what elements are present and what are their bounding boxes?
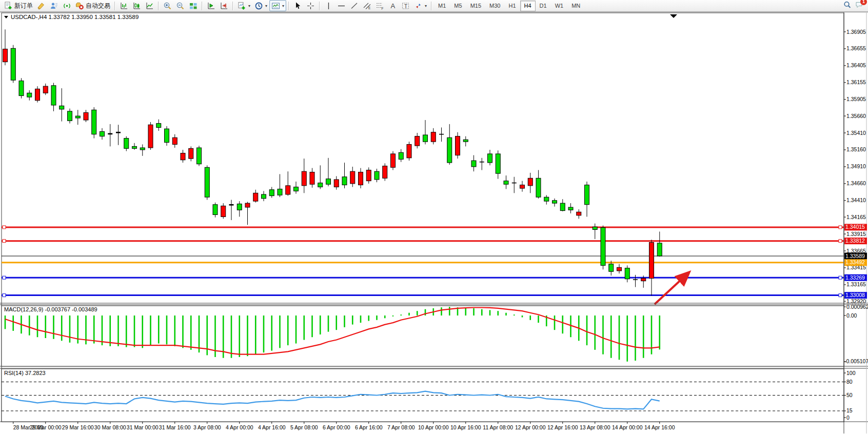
price-tick-label: 1.36155 <box>846 79 866 85</box>
auto-scroll-button[interactable] <box>205 0 218 11</box>
candle-doji-body <box>439 134 444 135</box>
cursor-button[interactable] <box>291 0 304 11</box>
time-label: 12 Apr 00:00 <box>515 424 546 430</box>
rsi-tick-label: 50 <box>846 392 853 398</box>
signals-button[interactable] <box>61 0 73 11</box>
timeframe-h1-button[interactable]: H1 <box>504 1 520 11</box>
price-line-axis-label: 1.33492 <box>844 259 867 266</box>
candle-body <box>625 268 629 279</box>
candle-body <box>197 148 202 164</box>
line-handle-right[interactable] <box>839 294 842 297</box>
rsi-tick-label: 15 <box>846 407 853 413</box>
autotrading-button[interactable]: 自动交易 <box>73 0 112 11</box>
candle-body <box>60 106 64 109</box>
tile-windows-button[interactable] <box>187 0 200 11</box>
candle-body <box>560 203 565 210</box>
price-tick-label: 1.36655 <box>846 45 866 51</box>
candle-body <box>205 167 209 197</box>
bar-chart-mode-button[interactable] <box>117 0 130 11</box>
candle-body <box>641 278 646 281</box>
equidistant-channel-button[interactable]: E <box>361 0 373 11</box>
candle-body <box>27 93 32 97</box>
candle-body <box>423 135 428 142</box>
timeframe-m5-button[interactable]: M5 <box>450 1 466 11</box>
vertical-line-button[interactable] <box>322 0 335 11</box>
chevron-down-icon[interactable]: ▾ <box>425 4 427 8</box>
candle-chart-mode-button[interactable] <box>130 0 143 11</box>
line-handle-right[interactable] <box>839 276 842 279</box>
price-line-axis-label: 1.33812 <box>844 238 867 244</box>
rsi-label: RSI(14) 37.2823 <box>4 370 46 376</box>
text-button[interactable]: A <box>386 0 399 11</box>
line-handle-left[interactable] <box>3 276 6 279</box>
tile-icon <box>189 2 198 10</box>
toolbar-separator <box>114 2 115 10</box>
candle-body <box>544 197 549 201</box>
horizontal-line-button[interactable] <box>335 0 348 11</box>
arrows-button[interactable]: ▾ <box>412 0 429 11</box>
timeframe-m15-button[interactable]: M15 <box>466 1 485 11</box>
candle <box>601 226 605 270</box>
notifications-button[interactable]: 1 <box>855 1 864 11</box>
fibonacci-icon: F <box>376 2 384 10</box>
rsi-tick-label: 80 <box>846 379 853 385</box>
candle <box>391 151 396 170</box>
candle-body <box>148 125 153 148</box>
candle-body <box>286 186 290 194</box>
market-watch-button[interactable] <box>48 0 61 11</box>
toolbar-separator <box>431 2 432 10</box>
line-handle-left[interactable] <box>3 240 6 243</box>
line-handle-left[interactable] <box>3 226 6 229</box>
candle-body <box>601 228 605 266</box>
line-handle-right[interactable] <box>839 226 842 229</box>
chevron-down-icon[interactable]: ▾ <box>248 4 250 8</box>
line-handle-left[interactable] <box>3 294 6 297</box>
timeframe-m1-button[interactable]: M1 <box>434 1 450 11</box>
line-chart-mode-button[interactable] <box>143 0 156 11</box>
autotrading-label: 自动交易 <box>86 2 110 10</box>
candle-body <box>11 48 15 80</box>
svg-text:E: E <box>368 6 371 10</box>
candle-body <box>536 178 541 197</box>
periods-button[interactable]: ▾ <box>252 0 269 11</box>
trendline-button[interactable] <box>348 0 361 11</box>
timeframe-w1-button[interactable]: W1 <box>551 1 568 11</box>
time-label: 31 Mar 00:00 <box>127 424 159 430</box>
crosshair-button[interactable] <box>304 0 317 11</box>
fibonacci-retracement-button[interactable]: F <box>373 0 386 11</box>
channel-icon: E <box>363 2 371 10</box>
zoom-in-button[interactable] <box>161 0 174 11</box>
new-order-button[interactable]: 新订单 <box>2 0 35 11</box>
candle-body <box>553 201 557 203</box>
chart-title: USDCAD-,H4 1.33782 1.33950 1.33581 1.335… <box>4 14 139 20</box>
line-icon <box>145 2 154 10</box>
chart-shift-button[interactable] <box>218 0 230 11</box>
line-handle-right[interactable] <box>839 240 842 243</box>
timeframe-mn-button[interactable]: MN <box>567 1 584 11</box>
price-tick-label: 1.35410 <box>846 130 866 136</box>
price-tick-label: 1.34410 <box>846 197 866 203</box>
svg-text:F: F <box>382 6 384 10</box>
time-label: 11 Apr 08:00 <box>483 424 513 430</box>
macd-tick-label: -0.005107 <box>844 358 868 364</box>
text-label-button[interactable]: T <box>399 0 412 11</box>
styler-button[interactable] <box>35 0 48 11</box>
zoom-out-button[interactable] <box>174 0 187 11</box>
indicators-button[interactable]: ▾ <box>235 0 252 11</box>
timeframe-m30-button[interactable]: M30 <box>485 1 504 11</box>
chevron-down-icon[interactable]: ▾ <box>265 4 267 8</box>
label-t-icon: T <box>401 2 410 10</box>
search-button[interactable] <box>843 1 852 11</box>
price-label-text: 1.33269 <box>845 274 865 281</box>
chart-canvas[interactable]: MACD(12,26,9) -0.003767 -0.003489RSI(14)… <box>0 12 868 434</box>
macd-pane: MACD(12,26,9) -0.003767 -0.003489 <box>2 306 844 366</box>
timeframe-d1-button[interactable]: D1 <box>536 1 551 11</box>
candle-body <box>488 154 492 163</box>
timeframe-h4-button[interactable]: H4 <box>520 1 536 11</box>
autoscroll-icon <box>207 2 215 10</box>
chevron-down-icon[interactable]: ▾ <box>282 4 284 8</box>
templates-button[interactable]: ▾ <box>269 0 286 11</box>
candle-body <box>609 264 614 271</box>
candle-body <box>374 171 379 180</box>
notification-badge: 1 <box>860 0 867 5</box>
